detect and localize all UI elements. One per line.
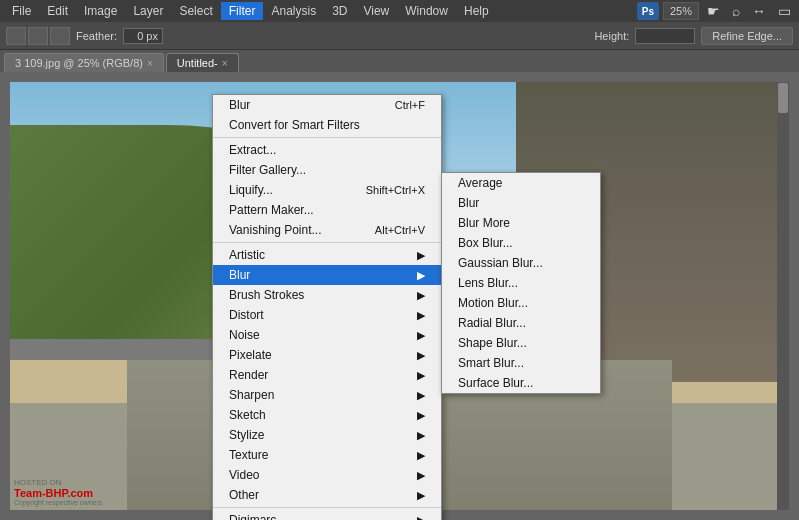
tab-untitled-label: Untitled-: [177, 57, 218, 69]
filter-menu-item-gallery[interactable]: Filter Gallery...: [213, 160, 441, 180]
tab-bar: 3 109.jpg @ 25% (RGB/8) × Untitled- ×: [0, 50, 799, 72]
tab-109jpg[interactable]: 3 109.jpg @ 25% (RGB/8) ×: [4, 53, 164, 72]
blur-submenu-item-shape[interactable]: Shape Blur...: [442, 333, 600, 353]
zoom-tool-icon[interactable]: ⌕: [728, 1, 744, 21]
filter-menu-item-sketch[interactable]: Sketch ▶: [213, 405, 441, 425]
filter-menu-item-digimarc[interactable]: Digimarc ▶: [213, 510, 441, 520]
blur-submenu-item-gaussian[interactable]: Gaussian Blur...: [442, 253, 600, 273]
feather-input[interactable]: [123, 28, 163, 44]
filter-menu-item-blur[interactable]: Blur ▶: [213, 265, 441, 285]
feather-label: Feather:: [76, 30, 117, 42]
menu-item-image[interactable]: Image: [76, 2, 125, 20]
screen-mode-icon[interactable]: ▭: [774, 1, 795, 21]
blur-submenu: Average Blur Blur More Box Blur... Gauss…: [441, 172, 601, 394]
tool-option-btn1[interactable]: [28, 27, 48, 45]
blur-submenu-item-radial[interactable]: Radial Blur...: [442, 313, 600, 333]
filter-menu-item-extract[interactable]: Extract...: [213, 140, 441, 160]
filter-menu-item-pixelate[interactable]: Pixelate ▶: [213, 345, 441, 365]
tab-untitled[interactable]: Untitled- ×: [166, 53, 239, 72]
options-bar: Feather: Height: Refine Edge...: [0, 22, 799, 50]
filter-menu-item-blur-shortcut[interactable]: Blur Ctrl+F: [213, 95, 441, 115]
menu-item-file[interactable]: File: [4, 2, 39, 20]
filter-menu-item-video[interactable]: Video ▶: [213, 465, 441, 485]
menu-item-edit[interactable]: Edit: [39, 2, 76, 20]
filter-menu-item-texture[interactable]: Texture ▶: [213, 445, 441, 465]
rotate-tool-icon[interactable]: ↔: [748, 1, 770, 21]
blur-submenu-item-motion[interactable]: Motion Blur...: [442, 293, 600, 313]
menu-item-help[interactable]: Help: [456, 2, 497, 20]
height-input[interactable]: [635, 28, 695, 44]
separator-1: [213, 137, 441, 138]
tool-option-btn2[interactable]: [50, 27, 70, 45]
blur-submenu-item-smart[interactable]: Smart Blur...: [442, 353, 600, 373]
blur-submenu-item-box-blur[interactable]: Box Blur...: [442, 233, 600, 253]
scrollbar-thumb[interactable]: [778, 83, 788, 113]
blur-submenu-item-average[interactable]: Average: [442, 173, 600, 193]
tab-109jpg-close[interactable]: ×: [147, 58, 153, 69]
menu-item-3d[interactable]: 3D: [324, 2, 355, 20]
menu-item-layer[interactable]: Layer: [125, 2, 171, 20]
filter-menu-item-stylize[interactable]: Stylize ▶: [213, 425, 441, 445]
watermark: HOSTED ON Team-BHP.com Copyright respect…: [14, 478, 102, 506]
menu-item-select[interactable]: Select: [171, 2, 220, 20]
filter-menu-item-artistic[interactable]: Artistic ▶: [213, 245, 441, 265]
filter-menu-item-smart-filters[interactable]: Convert for Smart Filters: [213, 115, 441, 135]
height-label: Height:: [594, 30, 629, 42]
tool-preset-btn[interactable]: [6, 27, 26, 45]
scrollbar-vertical[interactable]: [777, 82, 789, 510]
refine-edge-button[interactable]: Refine Edge...: [701, 27, 793, 45]
zoom-display: 25%: [663, 2, 699, 20]
filter-menu: Blur Ctrl+F Convert for Smart Filters Ex…: [212, 94, 442, 520]
filter-menu-item-vanishing[interactable]: Vanishing Point... Alt+Ctrl+V: [213, 220, 441, 240]
filter-menu-item-sharpen[interactable]: Sharpen ▶: [213, 385, 441, 405]
menu-bar: File Edit Image Layer Select Filter Anal…: [0, 0, 799, 22]
separator-2: [213, 242, 441, 243]
filter-menu-item-render[interactable]: Render ▶: [213, 365, 441, 385]
filter-menu-item-brush-strokes[interactable]: Brush Strokes ▶: [213, 285, 441, 305]
blur-label: Blur: [229, 98, 250, 112]
tab-untitled-close[interactable]: ×: [222, 58, 228, 69]
filter-menu-item-other[interactable]: Other ▶: [213, 485, 441, 505]
ps-logo: Ps: [637, 2, 659, 20]
main-area: HOSTED ON Team-BHP.com Copyright respect…: [0, 72, 799, 520]
blur-submenu-item-surface[interactable]: Surface Blur...: [442, 373, 600, 393]
tab-109jpg-label: 3 109.jpg @ 25% (RGB/8): [15, 57, 143, 69]
hand-tool-icon[interactable]: ☛: [703, 1, 724, 21]
filter-menu-item-distort[interactable]: Distort ▶: [213, 305, 441, 325]
filter-menu-item-liquify[interactable]: Liquify... Shift+Ctrl+X: [213, 180, 441, 200]
menu-item-window[interactable]: Window: [397, 2, 456, 20]
separator-3: [213, 507, 441, 508]
menu-item-filter[interactable]: Filter: [221, 2, 264, 20]
filter-menu-item-pattern[interactable]: Pattern Maker...: [213, 200, 441, 220]
blur-submenu-item-lens[interactable]: Lens Blur...: [442, 273, 600, 293]
menu-item-view[interactable]: View: [355, 2, 397, 20]
blur-submenu-item-blur[interactable]: Blur: [442, 193, 600, 213]
menu-item-analysis[interactable]: Analysis: [263, 2, 324, 20]
blur-shortcut: Ctrl+F: [395, 99, 425, 111]
blur-submenu-item-blur-more[interactable]: Blur More: [442, 213, 600, 233]
filter-menu-item-noise[interactable]: Noise ▶: [213, 325, 441, 345]
